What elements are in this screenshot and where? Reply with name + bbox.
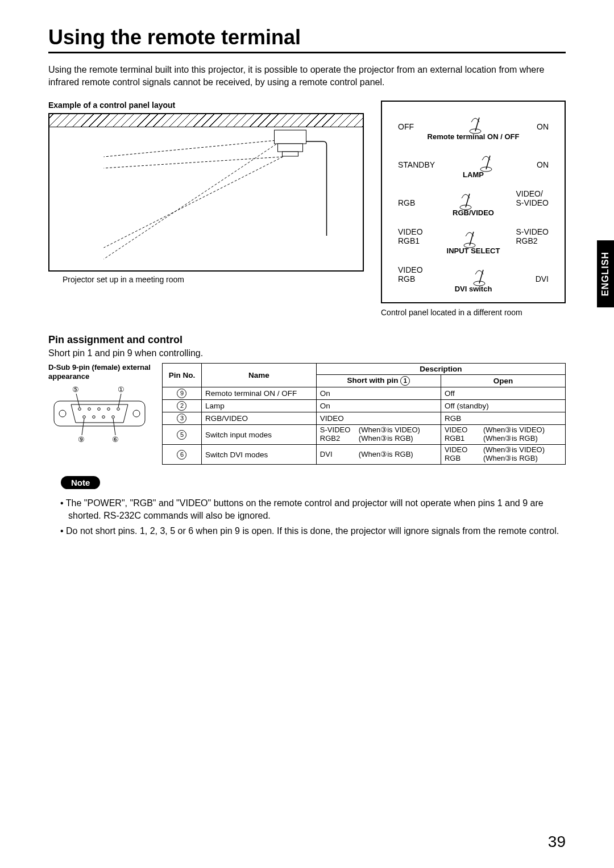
open-cell: VIDEO(When③is VIDEO)RGB1(When③is RGB) <box>441 425 565 445</box>
switch-left-label: VIDEO RGB1 <box>398 228 423 245</box>
svg-point-22 <box>88 408 91 411</box>
th-open: Open <box>441 375 565 387</box>
svg-text:⑥: ⑥ <box>112 435 119 444</box>
svg-text:⑤: ⑤ <box>72 385 79 394</box>
th-pin: Pin No. <box>163 364 202 387</box>
note-label: Note <box>61 476 100 489</box>
pin-cell: 6 <box>163 445 202 465</box>
svg-point-20 <box>133 410 140 417</box>
th-desc: Description <box>316 364 565 375</box>
svg-point-23 <box>98 408 101 411</box>
panel-switch-row: VIDEO RGBDVI <box>388 260 559 283</box>
svg-point-26 <box>83 416 86 419</box>
switch-left-label: VIDEO RGB <box>398 266 423 283</box>
switch-left-label: OFF <box>398 123 414 131</box>
control-panel-diagram: OFFONRemote terminal ON / OFFSTANDBYONLA… <box>381 101 566 303</box>
connector-heading: D-Sub 9-pin (female) external appearance <box>48 363 151 381</box>
svg-point-28 <box>102 416 105 419</box>
short-cell: S-VIDEO(When③is VIDEO)RGB2(When③is RGB) <box>316 425 441 445</box>
panel-switch-row: STANDBYON <box>388 145 559 169</box>
name-cell: Lamp <box>201 400 316 412</box>
panel-switch-row: RGBVIDEO/ S-VIDEO <box>388 183 559 207</box>
notes-list: The "POWER", "RGB" and "VIDEO" buttons o… <box>48 497 566 537</box>
svg-text:①: ① <box>118 385 125 394</box>
switch-right-label: DVI <box>536 275 549 283</box>
switch-right-label: ON <box>537 161 549 169</box>
note-item: The "POWER", "RGB" and "VIDEO" buttons o… <box>68 497 566 521</box>
name-cell: Switch input modes <box>201 425 316 445</box>
svg-point-29 <box>112 416 115 419</box>
toggle-icon <box>476 153 496 169</box>
open-cell: Off (standby) <box>441 400 565 412</box>
panel-switch-row: VIDEO RGB1S-VIDEO RGB2 <box>388 222 559 245</box>
page-title: Using the remote terminal <box>48 26 566 53</box>
note-item: Do not short pins. 1, 2, 3, 5 or 6 when … <box>68 525 566 537</box>
svg-rect-6 <box>283 152 298 156</box>
name-cell: Switch DVI modes <box>201 445 316 465</box>
svg-point-21 <box>78 408 81 411</box>
name-cell: RGB/VIDEO <box>201 412 316 425</box>
svg-line-0 <box>104 140 283 157</box>
pin-cell: 3 <box>163 412 202 425</box>
example-heading: Example of a control panel layout <box>48 101 364 110</box>
switch-label: LAMP <box>388 170 559 179</box>
panel-caption: Control panel located in a different roo… <box>381 308 566 317</box>
room-caption: Projector set up in a meeting room <box>48 275 364 284</box>
th-name: Name <box>201 364 316 387</box>
toggle-icon <box>460 229 479 245</box>
switch-right-label: ON <box>537 123 549 131</box>
th-short: Short with pin 1 <box>316 375 441 387</box>
pin-cell: 5 <box>163 425 202 445</box>
svg-point-27 <box>93 416 96 419</box>
toggle-icon <box>456 191 475 207</box>
connector-block: D-Sub 9-pin (female) external appearance… <box>48 363 151 435</box>
short-cell: On <box>316 400 441 412</box>
switch-right-label: VIDEO/ S-VIDEO <box>516 190 549 207</box>
svg-rect-5 <box>278 144 303 152</box>
svg-line-1 <box>104 140 283 259</box>
room-diagram <box>48 113 364 272</box>
page-number: 39 <box>548 833 566 851</box>
panel-switch-row: OFFON <box>388 107 559 131</box>
svg-point-19 <box>59 410 66 417</box>
short-cell: On <box>316 387 441 400</box>
pin-short-note: Short pin 1 and pin 9 when controlling. <box>48 348 566 358</box>
svg-line-3 <box>104 157 283 248</box>
svg-text:⑨: ⑨ <box>78 435 85 444</box>
open-cell: Off <box>441 387 565 400</box>
svg-point-24 <box>107 408 110 411</box>
short-cell: DVI(When③is RGB) <box>316 445 441 465</box>
pin-cell: 9 <box>163 387 202 400</box>
pin-section-heading: Pin assignment and control <box>48 334 566 346</box>
pin-table: Pin No.NameDescriptionShort with pin 1Op… <box>162 363 566 465</box>
toggle-icon <box>466 115 485 131</box>
intro-text: Using the remote terminal built into thi… <box>48 64 566 88</box>
toggle-icon <box>470 268 489 283</box>
switch-right-label: S-VIDEO RGB2 <box>516 228 549 245</box>
name-cell: Remoto terminal ON / OFF <box>201 387 316 400</box>
svg-rect-4 <box>275 130 306 144</box>
svg-point-25 <box>117 408 120 411</box>
short-cell: VIDEO <box>316 412 441 425</box>
svg-line-2 <box>104 157 283 168</box>
switch-left-label: STANDBY <box>398 161 435 169</box>
open-cell: VIDEO(When③is VIDEO)RGB(When③is RGB) <box>441 445 565 465</box>
open-cell: RGB <box>441 412 565 425</box>
switch-left-label: RGB <box>398 199 415 207</box>
pin-cell: 2 <box>163 400 202 412</box>
